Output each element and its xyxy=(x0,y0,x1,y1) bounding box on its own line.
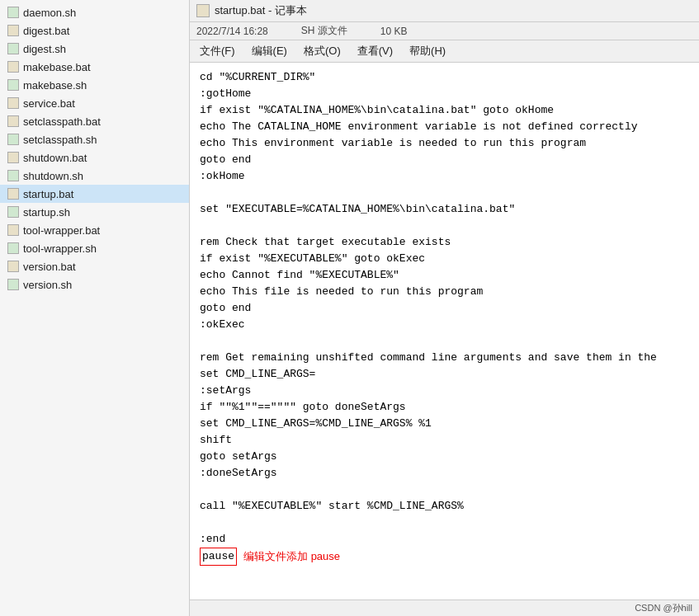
annotation-text: 编辑文件添加 pause xyxy=(243,548,340,565)
editor-line: if exist "%CATALINA_HOME%\bin\catalina.b… xyxy=(200,102,689,119)
pause-text: pause xyxy=(200,548,237,566)
sidebar-item-label: makebase.bat xyxy=(23,61,91,73)
file-icon xyxy=(196,4,210,17)
sh-file-icon xyxy=(7,6,20,19)
editor-line xyxy=(200,185,689,201)
editor-line xyxy=(200,333,689,350)
editor-line: goto setArgs xyxy=(200,449,689,465)
sidebar-item-label: shutdown.bat xyxy=(23,152,87,164)
bat-file-icon xyxy=(7,60,20,73)
editor-line: set CMD_LINE_ARGS= xyxy=(200,366,689,383)
sidebar-item-digest-sh[interactable]: digest.sh xyxy=(0,40,189,58)
sidebar-item-label: version.bat xyxy=(23,261,76,273)
watermark: CSDN @孙hill xyxy=(635,603,692,613)
editor-line: :okExec xyxy=(200,317,689,333)
editor-line xyxy=(200,482,689,498)
bat-file-icon xyxy=(7,115,20,128)
sidebar-item-label: tool-wrapper.sh xyxy=(23,242,97,255)
sidebar-item-setclasspath-bat[interactable]: setclasspath.bat xyxy=(0,112,189,130)
file-size: 10 KB xyxy=(380,26,408,37)
editor-line: :okHome xyxy=(200,168,689,185)
editor-line: cd "%CURRENT_DIR%" xyxy=(200,69,689,86)
sidebar-item-daemon-sh[interactable]: daemon.sh xyxy=(0,3,189,21)
editor-line: set "EXECUTABLE=%CATALINA_HOME%\bin\cata… xyxy=(200,201,689,218)
sidebar-item-label: service.bat xyxy=(23,97,75,110)
menu-item-格式O[interactable]: 格式(O) xyxy=(297,42,347,60)
editor-line: call "%EXECUTABLE%" start %CMD_LINE_ARGS… xyxy=(200,498,689,515)
sidebar-item-label: digest.sh xyxy=(23,43,66,55)
sidebar-item-label: startup.sh xyxy=(23,206,70,219)
editor-line: echo This file is needed to run this pro… xyxy=(200,284,689,300)
bat-file-icon xyxy=(7,260,20,273)
editor-line: if exist "%EXECUTABLE%" goto okExec xyxy=(200,251,689,267)
sidebar-item-shutdown-sh[interactable]: shutdown.sh xyxy=(0,167,189,185)
bottom-bar: CSDN @孙hill xyxy=(190,600,699,616)
editor-line: echo The CATALINA_HOME environment varia… xyxy=(200,119,689,135)
sidebar-item-label: startup.bat xyxy=(23,188,73,200)
sidebar-item-version-sh[interactable]: version.sh xyxy=(0,275,189,294)
sh-file-icon xyxy=(7,278,20,291)
main-panel: startup.bat - 记事本 2022/7/14 16:28 SH 源文件… xyxy=(190,0,699,616)
editor-line xyxy=(200,218,689,234)
editor-line: echo This environment variable is needed… xyxy=(200,135,689,152)
sh-file-icon xyxy=(7,205,20,219)
info-bar: 2022/7/14 16:28 SH 源文件 10 KB xyxy=(190,22,699,40)
sidebar-item-label: version.sh xyxy=(23,279,72,291)
sidebar-item-service-bat[interactable]: service.bat xyxy=(0,94,189,112)
editor-line: rem Get remaining unshifted command line… xyxy=(200,350,689,366)
sh-file-icon xyxy=(7,133,20,146)
sidebar-item-tool-wrapper-sh[interactable]: tool-wrapper.sh xyxy=(0,239,189,257)
window-title: startup.bat - 记事本 xyxy=(215,3,307,18)
menu-item-查看V[interactable]: 查看(V) xyxy=(351,42,399,60)
sidebar-item-version-bat[interactable]: version.bat xyxy=(0,257,189,275)
sidebar-item-shutdown-bat[interactable]: shutdown.bat xyxy=(0,148,189,167)
sidebar-item-label: shutdown.sh xyxy=(23,170,83,182)
menu-bar: 文件(F)编辑(E)格式(O)查看(V)帮助(H) xyxy=(190,40,699,63)
sidebar-item-makebase-sh[interactable]: makebase.sh xyxy=(0,76,189,94)
sidebar-item-tool-wrapper-bat[interactable]: tool-wrapper.bat xyxy=(0,221,189,239)
editor-line: shift xyxy=(200,432,689,449)
editor-line: :setArgs xyxy=(200,383,689,399)
text-editor[interactable]: cd "%CURRENT_DIR%":gotHomeif exist "%CAT… xyxy=(190,63,699,600)
editor-line: set CMD_LINE_ARGS=%CMD_LINE_ARGS% %1 xyxy=(200,416,689,432)
sidebar-item-label: setclasspath.bat xyxy=(23,115,101,128)
sidebar-item-label: tool-wrapper.bat xyxy=(23,224,100,237)
bat-file-icon xyxy=(7,187,20,200)
editor-line: goto end xyxy=(200,300,689,317)
editor-line: rem Check that target executable exists xyxy=(200,234,689,251)
sidebar-item-label: setclasspath.sh xyxy=(23,134,97,146)
editor-line: goto end xyxy=(200,152,689,168)
menu-item-编辑E[interactable]: 编辑(E) xyxy=(245,42,294,60)
sidebar-item-startup-bat[interactable]: startup.bat xyxy=(0,185,189,203)
sh-file-icon xyxy=(7,42,20,55)
sidebar-item-startup-sh[interactable]: startup.sh xyxy=(0,203,189,221)
title-bar: startup.bat - 记事本 xyxy=(190,0,699,22)
editor-line: if ""%1""=="""" goto doneSetArgs xyxy=(200,399,689,416)
sidebar-item-label: makebase.sh xyxy=(23,79,87,92)
sh-file-icon xyxy=(7,78,20,92)
sidebar-item-label: daemon.sh xyxy=(23,7,76,19)
editor-line xyxy=(200,515,689,531)
sidebar-item-digest-bat[interactable]: digest.bat xyxy=(0,21,189,40)
file-type: SH 源文件 xyxy=(301,24,347,38)
sidebar-item-makebase-bat[interactable]: makebase.bat xyxy=(0,58,189,76)
menu-item-帮助H[interactable]: 帮助(H) xyxy=(403,42,452,60)
editor-line: pause编辑文件添加 pause xyxy=(200,548,689,566)
menu-item-文件F[interactable]: 文件(F) xyxy=(193,42,242,60)
sh-file-icon xyxy=(7,169,20,182)
sidebar-item-label: digest.bat xyxy=(23,25,69,37)
editor-line: echo Cannot find "%EXECUTABLE%" xyxy=(200,267,689,284)
editor-line: :gotHome xyxy=(200,86,689,102)
sidebar-item-setclasspath-sh[interactable]: setclasspath.sh xyxy=(0,130,189,148)
bat-file-icon xyxy=(7,223,20,237)
editor-line: :end xyxy=(200,531,689,548)
file-sidebar: daemon.shdigest.batdigest.shmakebase.bat… xyxy=(0,0,190,616)
sh-file-icon xyxy=(7,242,20,255)
bat-file-icon xyxy=(7,24,20,37)
editor-line: :doneSetArgs xyxy=(200,465,689,482)
bat-file-icon xyxy=(7,96,20,110)
bat-file-icon xyxy=(7,151,20,164)
file-date: 2022/7/14 16:28 xyxy=(196,26,268,37)
